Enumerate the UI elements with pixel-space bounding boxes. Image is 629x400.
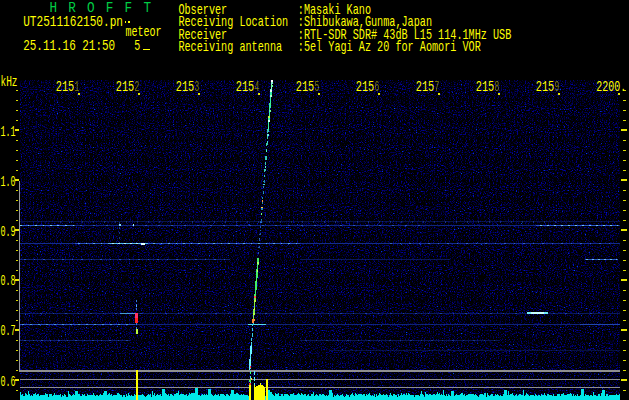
svg-text:kHz: kHz [1, 74, 18, 90]
svg-text:1.0: 1.0 [0, 174, 15, 190]
svg-text:215: 215 [176, 79, 194, 95]
svg-text:215: 215 [296, 79, 314, 95]
svg-text:3: 3 [195, 79, 200, 95]
svg-text::5el Yagi Az 20 for Aomori VOR: :5el Yagi Az 20 for Aomori VOR [298, 39, 481, 55]
svg-text:25.11.16 21:50: 25.11.16 21:50 [23, 38, 115, 54]
svg-text:4: 4 [255, 79, 260, 95]
svg-text:T: T [143, 0, 151, 16]
svg-text:8: 8 [495, 79, 500, 95]
svg-text:215: 215 [236, 79, 254, 95]
svg-text:215: 215 [56, 79, 74, 95]
svg-text:215: 215 [356, 79, 374, 95]
svg-text:meteor: meteor [125, 24, 161, 40]
svg-text:215: 215 [416, 79, 434, 95]
svg-text:0.7: 0.7 [0, 323, 15, 339]
svg-text:Receiving antenna: Receiving antenna [178, 39, 282, 55]
svg-text:1.1: 1.1 [0, 124, 15, 140]
svg-text:F: F [125, 0, 133, 16]
svg-text:1: 1 [75, 79, 80, 95]
svg-text:215: 215 [536, 79, 554, 95]
svg-text:2200.: 2200. [596, 79, 626, 95]
svg-text:0.9: 0.9 [0, 224, 15, 240]
svg-text:7: 7 [435, 79, 440, 95]
svg-text:0.8: 0.8 [0, 273, 15, 289]
svg-text:0.6: 0.6 [0, 374, 15, 390]
svg-text:5: 5 [134, 38, 140, 54]
svg-text:6: 6 [375, 79, 380, 95]
svg-text:UT2511162150.pn: UT2511162150.pn [23, 14, 123, 30]
svg-text:215: 215 [116, 79, 134, 95]
svg-text:215: 215 [476, 79, 494, 95]
svg-text:9: 9 [555, 79, 560, 95]
svg-text:2: 2 [135, 79, 140, 95]
svg-text:5: 5 [315, 79, 320, 95]
